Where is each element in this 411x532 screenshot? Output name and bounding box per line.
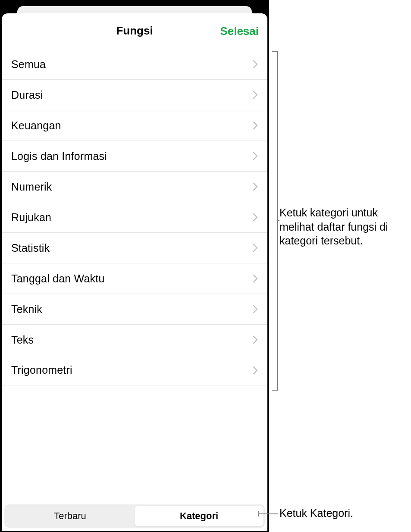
category-label: Tanggal dan Waktu (11, 272, 105, 285)
category-label: Durasi (11, 89, 43, 101)
category-row-teks[interactable]: Teks (2, 324, 267, 355)
callout-bracket-icon (268, 51, 278, 391)
functions-panel: Fungsi Selesai Semua Durasi Keua (2, 13, 267, 531)
category-row-semua[interactable]: Semua (2, 49, 267, 79)
callout-list-hint: Ketuk kategori untuk melihat daftar fung… (279, 206, 409, 248)
callout-tab-hint: Ketuk Kategori. (279, 506, 409, 520)
chevron-right-icon (253, 152, 258, 160)
category-label: Rujukan (11, 211, 51, 224)
chevron-right-icon (253, 91, 258, 99)
category-label: Keuangan (11, 119, 61, 132)
chevron-right-icon (253, 366, 258, 375)
tab-category[interactable]: Kategori (135, 506, 264, 526)
category-label: Trigonometri (11, 364, 72, 376)
category-row-rujukan[interactable]: Rujukan (2, 202, 267, 232)
tab-recent[interactable]: Terbaru (6, 506, 135, 526)
chevron-right-icon (253, 121, 258, 130)
chevron-right-icon (253, 335, 258, 344)
category-row-numerik[interactable]: Numerik (2, 171, 267, 202)
category-row-logis[interactable]: Logis dan Informasi (2, 141, 267, 171)
chevron-right-icon (253, 213, 258, 222)
chevron-right-icon (253, 305, 258, 313)
category-label: Statistik (11, 242, 50, 254)
category-label: Semua (11, 58, 46, 71)
category-label: Teks (11, 334, 34, 346)
panel-header: Fungsi Selesai (2, 13, 267, 49)
category-list: Semua Durasi Keuangan (2, 49, 267, 504)
category-row-teknik[interactable]: Teknik (2, 294, 267, 324)
category-label: Teknik (11, 303, 42, 316)
segmented-control: Terbaru Kategori (4, 504, 265, 528)
category-label: Logis dan Informasi (11, 150, 107, 163)
chevron-right-icon (253, 60, 258, 69)
chevron-right-icon (253, 244, 258, 252)
panel-title: Fungsi (116, 24, 153, 38)
chevron-right-icon (253, 182, 258, 191)
device-frame: Fungsi Selesai Semua Durasi Keua (0, 0, 269, 532)
category-row-statistik[interactable]: Statistik (2, 232, 267, 263)
category-row-tanggal[interactable]: Tanggal dan Waktu (2, 263, 267, 294)
chevron-right-icon (253, 274, 258, 283)
category-row-keuangan[interactable]: Keuangan (2, 110, 267, 141)
category-label: Numerik (11, 181, 52, 193)
done-button[interactable]: Selesai (220, 24, 259, 38)
callout-leader-line (258, 513, 278, 514)
category-row-trigonometri[interactable]: Trigonometri (2, 355, 267, 385)
category-row-durasi[interactable]: Durasi (2, 79, 267, 110)
